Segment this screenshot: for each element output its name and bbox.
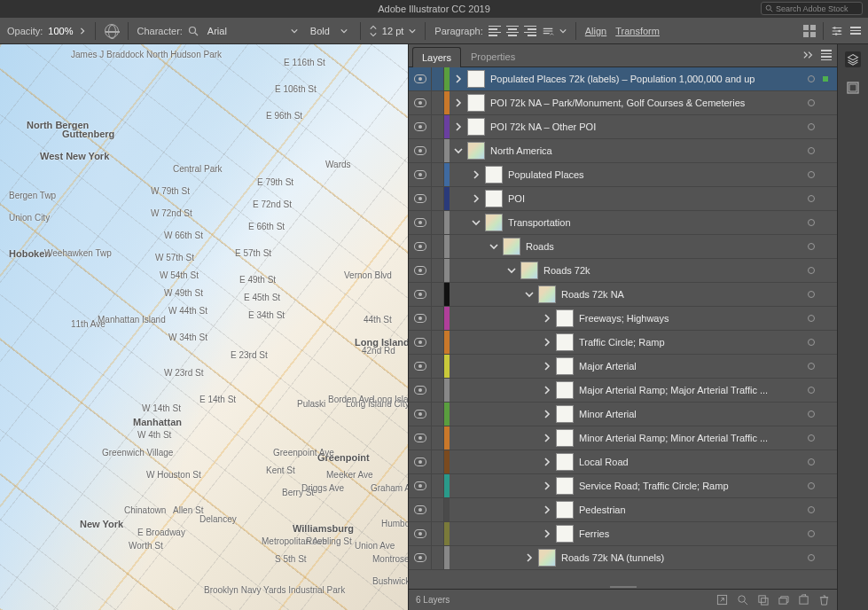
layer-row[interactable]: Populated Places	[409, 163, 837, 187]
font-family-select[interactable]: Arial	[204, 24, 301, 38]
layer-row[interactable]: Transportation	[409, 211, 837, 235]
layer-name[interactable]: Major Arterial Ramp; Major Arterial Traf…	[579, 385, 798, 395]
canvas[interactable]: James J Braddock North Hudson ParkNorth …	[0, 44, 408, 610]
lock-toggle[interactable]	[432, 331, 444, 354]
layer-name[interactable]: North America	[490, 145, 798, 156]
layer-name[interactable]: Ferries	[579, 528, 798, 539]
disclosure-triangle[interactable]	[538, 522, 556, 545]
align-left-icon[interactable]	[489, 26, 501, 36]
layer-name[interactable]: Roads 72k NA (tunnels)	[561, 552, 798, 563]
disclosure-triangle[interactable]	[450, 115, 467, 138]
visibility-toggle[interactable]	[409, 235, 432, 258]
font-size-control[interactable]: 12 pt	[370, 25, 416, 37]
lock-toggle[interactable]	[432, 235, 444, 258]
target-icon[interactable]	[803, 387, 819, 394]
layer-row[interactable]: Service Road; Traffic Circle; Ramp	[409, 474, 837, 498]
layer-row[interactable]: North America	[409, 139, 837, 163]
target-icon[interactable]	[803, 195, 819, 202]
lock-toggle[interactable]	[432, 355, 444, 378]
visibility-toggle[interactable]	[409, 474, 432, 497]
flyout-menu-icon[interactable]	[850, 27, 861, 35]
lock-toggle[interactable]	[432, 426, 444, 450]
search-adobe-stock[interactable]: Search Adobe Stock	[761, 2, 863, 15]
visibility-toggle[interactable]	[409, 426, 432, 450]
font-style-select[interactable]: Bold	[307, 24, 351, 38]
lock-toggle[interactable]	[432, 211, 444, 234]
target-icon[interactable]	[803, 315, 819, 322]
target-icon[interactable]	[803, 554, 819, 561]
visibility-toggle[interactable]	[409, 307, 432, 330]
target-icon[interactable]	[803, 458, 819, 465]
preferences-icon[interactable]	[831, 25, 843, 37]
layer-row[interactable]: Roads 72k NA	[409, 283, 837, 307]
align-panel-button[interactable]: Align	[585, 26, 606, 36]
visibility-toggle[interactable]	[409, 211, 432, 234]
target-icon[interactable]	[803, 363, 819, 370]
lock-toggle[interactable]	[432, 522, 444, 545]
layer-row[interactable]: Ferries	[409, 522, 837, 546]
export-icon[interactable]	[716, 594, 728, 606]
delete-icon[interactable]	[818, 594, 830, 606]
disclosure-triangle[interactable]	[538, 379, 556, 402]
layer-name[interactable]: POI	[508, 193, 798, 204]
disclosure-triangle[interactable]	[485, 235, 503, 258]
disclosure-triangle[interactable]	[467, 211, 485, 234]
layer-name[interactable]: Minor Arterial	[579, 409, 798, 419]
disclosure-triangle[interactable]	[538, 307, 556, 330]
layer-name[interactable]: Freeways; Highways	[579, 313, 798, 324]
collapse-panel-icon[interactable]	[803, 51, 814, 59]
globe-icon[interactable]	[105, 24, 119, 38]
lock-toggle[interactable]	[432, 403, 444, 426]
disclosure-triangle[interactable]	[450, 67, 467, 90]
new-sublayer-icon[interactable]	[778, 594, 789, 606]
layer-row[interactable]: Roads	[409, 235, 837, 259]
target-icon[interactable]	[803, 530, 819, 537]
disclosure-triangle[interactable]	[467, 163, 485, 186]
target-icon[interactable]	[803, 434, 819, 442]
visibility-toggle[interactable]	[409, 522, 432, 545]
visibility-toggle[interactable]	[409, 450, 432, 473]
visibility-toggle[interactable]	[409, 259, 432, 282]
selection-indicator[interactable]	[823, 76, 832, 82]
lock-toggle[interactable]	[432, 546, 444, 569]
layer-row[interactable]: Roads 72k	[409, 259, 837, 283]
visibility-toggle[interactable]	[409, 163, 432, 186]
lock-toggle[interactable]	[432, 139, 444, 162]
target-icon[interactable]	[803, 243, 819, 250]
layers-list[interactable]: Populated Places 72k (labels) – Populati…	[409, 67, 837, 585]
target-icon[interactable]	[803, 75, 819, 82]
target-icon[interactable]	[803, 291, 819, 298]
lock-toggle[interactable]	[432, 307, 444, 330]
visibility-toggle[interactable]	[409, 331, 432, 354]
layer-name[interactable]: Roads 72k NA	[561, 289, 798, 300]
layer-name[interactable]: POI 72k NA – Park/Monument, Golf Courses…	[490, 98, 798, 108]
target-icon[interactable]	[803, 482, 819, 489]
visibility-toggle[interactable]	[409, 67, 432, 90]
disclosure-triangle[interactable]	[520, 546, 538, 569]
visibility-toggle[interactable]	[409, 355, 432, 378]
locate-icon[interactable]	[737, 594, 748, 606]
layer-row[interactable]: Major Arterial	[409, 355, 837, 379]
disclosure-triangle[interactable]	[503, 259, 520, 282]
lock-toggle[interactable]	[432, 259, 444, 282]
layer-name[interactable]: Local Road	[579, 457, 798, 467]
target-icon[interactable]	[803, 171, 819, 178]
target-icon[interactable]	[803, 506, 819, 513]
visibility-toggle[interactable]	[409, 283, 432, 306]
lock-toggle[interactable]	[432, 163, 444, 186]
target-icon[interactable]	[803, 411, 819, 418]
layer-name[interactable]: Roads	[526, 241, 798, 252]
disclosure-triangle[interactable]	[520, 283, 538, 306]
target-icon[interactable]	[803, 147, 819, 154]
target-icon[interactable]	[803, 123, 819, 130]
lock-toggle[interactable]	[432, 474, 444, 497]
visibility-toggle[interactable]	[409, 139, 432, 162]
layer-name[interactable]: Minor Arterial Ramp; Minor Arterial Traf…	[579, 433, 798, 443]
arrange-grid-icon[interactable]	[803, 25, 816, 37]
lock-toggle[interactable]	[432, 379, 444, 402]
layer-name[interactable]: Major Arterial	[579, 361, 798, 371]
lock-toggle[interactable]	[432, 115, 444, 138]
visibility-toggle[interactable]	[409, 91, 432, 114]
clip-mask-icon[interactable]	[757, 594, 769, 606]
layer-row[interactable]: POI 72k NA – Other POI	[409, 115, 837, 139]
